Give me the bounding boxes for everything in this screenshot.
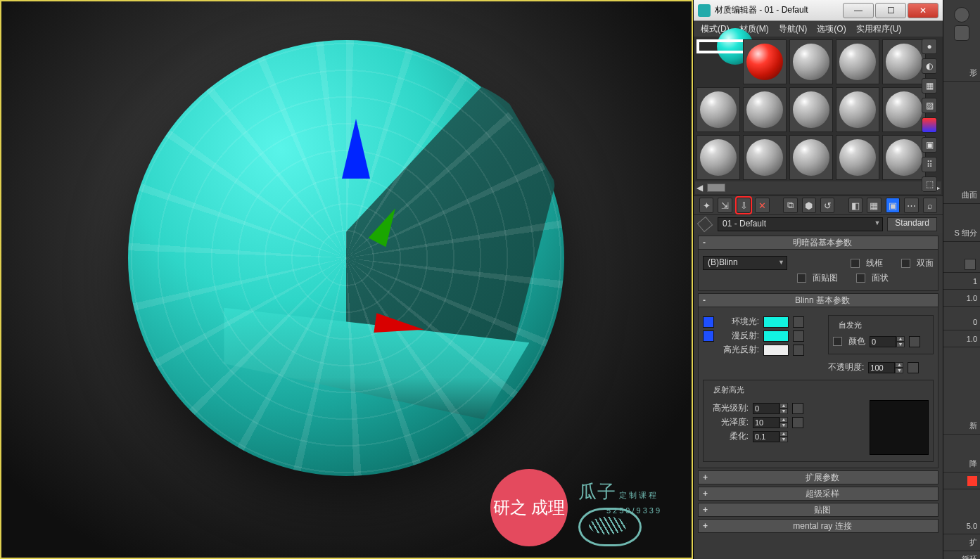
sample-slot-8[interactable]: [836, 87, 879, 132]
menu-nav[interactable]: 导航(N): [775, 22, 812, 37]
wireframe-checkbox[interactable]: [851, 259, 860, 268]
select-by-mat-icon[interactable]: ⬚: [922, 176, 937, 192]
two-sided-checkbox[interactable]: [901, 259, 910, 268]
show-map-button[interactable]: ▦: [867, 198, 881, 213]
viewport[interactable]: 研之 成理 瓜子 定制课程 5259/9339: [0, 0, 693, 559]
eyedropper-icon[interactable]: [697, 217, 713, 233]
specular-swatch[interactable]: [763, 345, 789, 356]
spec-level-map-button[interactable]: [792, 403, 803, 414]
ambient-label: 环境光:: [718, 316, 759, 328]
sample-slot-6[interactable]: [743, 87, 787, 132]
sample-slot-10[interactable]: [696, 135, 740, 180]
diffuse-lock-icon[interactable]: [703, 330, 714, 342]
faceted-checkbox[interactable]: [856, 274, 865, 283]
wireframe-label: 线框: [866, 257, 883, 269]
specular-label: 高光反射:: [718, 344, 759, 356]
video-color-icon[interactable]: [922, 117, 937, 133]
maximize-button[interactable]: ☐: [875, 3, 906, 18]
material-type-button[interactable]: Standard: [887, 217, 937, 231]
opacity-map-button[interactable]: [908, 362, 919, 373]
titlebar[interactable]: 材质编辑器 - 01 - Default — ☐ ✕: [694, 0, 943, 21]
minimize-button[interactable]: —: [843, 3, 874, 18]
put-to-library-button[interactable]: ↺: [820, 198, 834, 213]
make-copy-button[interactable]: ⧉: [783, 198, 797, 213]
right-panel-strip: 形 曲面 S 细分 1 1.0 0 1.0 新 降 5.0 扩 循环: [943, 0, 980, 559]
mini-checkbox[interactable]: [965, 259, 976, 270]
diffuse-swatch[interactable]: [763, 330, 789, 342]
gizmo-z-arrow[interactable]: [342, 119, 370, 179]
menu-util[interactable]: 实用程序(U): [852, 22, 906, 37]
show-end-result-button[interactable]: ▣: [886, 198, 900, 213]
sample-slot-5[interactable]: [696, 87, 740, 132]
backlight-icon[interactable]: ◐: [922, 58, 937, 74]
selfillum-spinner[interactable]: ▲▼: [870, 336, 905, 347]
gloss-map-button[interactable]: [792, 417, 803, 428]
sample-slot-7[interactable]: [789, 87, 833, 132]
diffuse-label: 漫反射:: [718, 330, 759, 342]
rollout-mentalray-header[interactable]: +mental ray 连接: [698, 519, 938, 533]
rollout-blinn-header[interactable]: -Blinn 基本参数: [698, 293, 938, 307]
strip-value: 1: [943, 273, 980, 290]
face-map-checkbox[interactable]: [797, 274, 806, 283]
gloss-spinner[interactable]: ▲▼: [753, 417, 788, 428]
watermark-seed-icon: [578, 508, 642, 546]
toolbar: ✦ ⇲ ⇩ ✕ ⧉ ⬢ ↺ ◧ ▦ ▣ ⋯ ⌕: [694, 195, 943, 215]
reset-map-button[interactable]: ✕: [755, 198, 769, 213]
rollout-shader-header[interactable]: -明暗器基本参数: [698, 236, 938, 250]
rollout-extended-header[interactable]: +扩展参数: [698, 470, 938, 484]
sample-slot-9[interactable]: [882, 87, 926, 132]
uv-tile-icon[interactable]: ▨: [922, 98, 937, 113]
rollout-blinn-body: 环境光: 漫反射: 高光反射:: [698, 307, 938, 468]
sample-type-icon[interactable]: ●: [922, 39, 937, 54]
spec-level-spinner[interactable]: ▲▼: [753, 403, 788, 414]
get-material-button[interactable]: ✦: [699, 198, 713, 213]
go-parent-button[interactable]: ⋯: [904, 198, 918, 213]
options-icon[interactable]: ⠿: [922, 157, 937, 172]
faceted-label: 面状: [872, 272, 889, 284]
assign-to-selection-button[interactable]: ⇩: [737, 198, 751, 213]
rollout-maps-header[interactable]: +贴图: [698, 503, 938, 517]
make-unique-button[interactable]: ⬢: [802, 198, 816, 213]
material-name-dropdown[interactable]: 01 - Default: [718, 217, 883, 231]
selfillum-color-checkbox[interactable]: [833, 337, 842, 346]
sample-slot-13[interactable]: [836, 135, 879, 180]
strip-label: 形: [943, 65, 980, 82]
close-button[interactable]: ✕: [908, 3, 938, 18]
diffuse-map-button[interactable]: [793, 330, 804, 342]
soften-label: 柔化:: [708, 430, 749, 442]
panel-tab-icon[interactable]: [954, 7, 969, 23]
sample-slot-2[interactable]: [789, 39, 833, 84]
strip-button[interactable]: 循环: [943, 551, 980, 559]
sample-side-tools: ● ◐ ▦ ▨ ▣ ⠿ ⬚: [922, 39, 937, 192]
sample-slot-4[interactable]: [882, 39, 926, 84]
make-preview-icon[interactable]: ▣: [922, 137, 937, 153]
strip-button[interactable]: 扩: [943, 534, 980, 551]
specular-highlight-group: 反射高光 高光级别: ▲▼ 光泽度: ▲▼ 柔化: ▲▼: [703, 380, 934, 462]
matid-button[interactable]: ◧: [848, 198, 863, 213]
go-forward-button[interactable]: ⌕: [923, 198, 937, 213]
menu-options[interactable]: 选项(O): [813, 22, 850, 37]
opacity-spinner[interactable]: ▲▼: [868, 362, 903, 373]
sample-slot-1[interactable]: [743, 39, 787, 84]
soften-spinner[interactable]: ▲▼: [753, 431, 788, 442]
sample-slots: ◀▶: [694, 37, 943, 195]
put-to-scene-button[interactable]: ⇲: [718, 198, 732, 213]
sample-slot-14[interactable]: [882, 135, 926, 180]
sample-slot-11[interactable]: [743, 135, 787, 180]
sphere-model[interactable]: [128, 40, 564, 476]
panel-tab-icon[interactable]: [954, 25, 969, 41]
rollout-supersample-header[interactable]: +超级采样: [698, 487, 938, 501]
ambient-lock-icon[interactable]: [703, 316, 714, 328]
selfillum-map-button[interactable]: [909, 336, 920, 347]
ambient-map-button[interactable]: [793, 316, 804, 328]
sample-slot-12[interactable]: [789, 135, 833, 180]
ambient-swatch[interactable]: [763, 316, 789, 328]
strip-label: 新: [943, 418, 980, 435]
specular-map-button[interactable]: [793, 345, 804, 356]
strip-value: 0: [943, 314, 980, 330]
slot-hscroll[interactable]: ◀▶: [695, 181, 941, 194]
sample-slot-3[interactable]: [836, 39, 879, 84]
background-icon[interactable]: ▦: [922, 78, 937, 94]
color-swatch-icon[interactable]: [967, 476, 977, 486]
shader-select[interactable]: (B)Blinn: [703, 256, 787, 270]
